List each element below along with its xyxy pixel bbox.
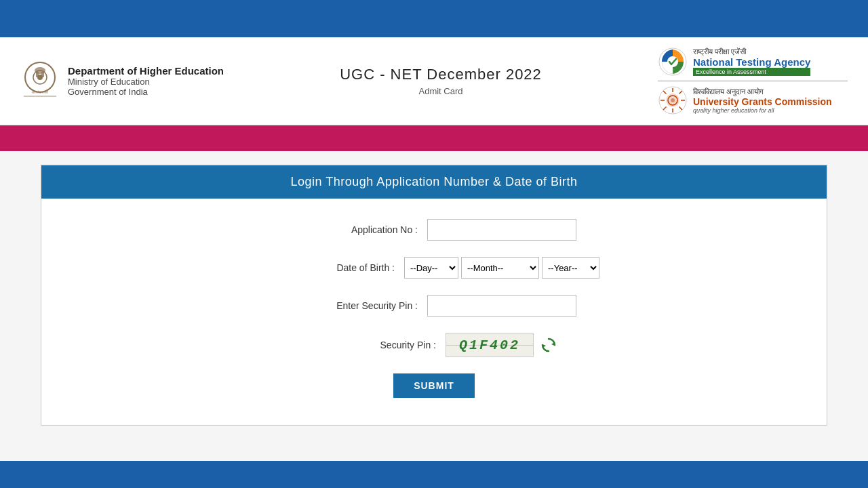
application-no-row: Application No : bbox=[55, 219, 813, 241]
admit-card-label: Admit Card bbox=[340, 86, 542, 96]
top-blue-bar bbox=[0, 0, 868, 37]
security-pin-input-row: Enter Security Pin : bbox=[55, 295, 813, 317]
svg-line-19 bbox=[663, 107, 667, 110]
captcha-area: Q1F402 bbox=[446, 333, 558, 357]
form-body: Application No : Date of Birth : --Day--… bbox=[41, 199, 827, 425]
application-no-input[interactable] bbox=[427, 219, 576, 241]
dob-month-select[interactable]: --Month-- bbox=[461, 257, 539, 279]
ugc-tagline: quality higher education for all bbox=[693, 107, 832, 114]
dept-name: Department of Higher Education bbox=[68, 65, 224, 77]
submit-button[interactable]: SUBMIT bbox=[393, 373, 475, 398]
refresh-captcha-icon[interactable] bbox=[539, 336, 558, 354]
svg-line-16 bbox=[663, 91, 667, 94]
govt-name: Government of India bbox=[68, 87, 224, 97]
submit-row: SUBMIT bbox=[55, 373, 813, 398]
ministry-name: Ministry of Education bbox=[68, 77, 224, 87]
ugc-section: विश्वविद्यालय अनुदान आयोग University Gra… bbox=[658, 85, 848, 115]
pink-divider-bar bbox=[0, 125, 868, 151]
ugc-hindi: विश्वविद्यालय अनुदान आयोग bbox=[693, 87, 832, 96]
dob-day-select[interactable]: --Day-- bbox=[404, 257, 458, 279]
captcha-row: Security Pin : Q1F402 bbox=[55, 333, 813, 357]
header-left: सत्यमेव जयते Department of Higher Educat… bbox=[20, 58, 224, 104]
header: सत्यमेव जयते Department of Higher Educat… bbox=[0, 37, 868, 125]
main-content: Login Through Application Number & Date … bbox=[0, 151, 868, 461]
svg-text:सत्यमेव जयते: सत्यमेव जयते bbox=[31, 90, 48, 94]
ugc-text: विश्वविद्यालय अनुदान आयोग University Gra… bbox=[693, 87, 832, 114]
application-no-label: Application No : bbox=[292, 224, 427, 235]
svg-marker-23 bbox=[542, 344, 546, 348]
svg-marker-22 bbox=[551, 342, 555, 346]
captcha-label: Security Pin : bbox=[310, 340, 446, 350]
form-title: Login Through Application Number & Date … bbox=[291, 175, 578, 188]
dob-selects: --Day-- --Month-- --Year-- bbox=[404, 257, 599, 279]
form-header: Login Through Application Number & Date … bbox=[41, 165, 827, 199]
security-pin-label: Enter Security Pin : bbox=[292, 300, 427, 311]
nta-text: राष्ट्रीय परीक्षा एजेंसी National Testin… bbox=[693, 47, 810, 76]
ugc-logo-icon bbox=[658, 85, 688, 115]
bottom-blue-bar bbox=[0, 461, 868, 488]
svg-point-21 bbox=[671, 98, 675, 102]
security-pin-input[interactable] bbox=[427, 295, 576, 317]
captcha-value: Q1F402 bbox=[459, 338, 520, 353]
svg-line-17 bbox=[679, 107, 682, 110]
dept-info: Department of Higher Education Ministry … bbox=[68, 65, 224, 97]
ugc-english: University Grants Commission bbox=[693, 96, 832, 107]
dob-label: Date of Birth : bbox=[269, 262, 404, 273]
nta-tagline: Excellence in Assessment bbox=[693, 68, 810, 76]
nta-section: राष्ट्रीय परीक्षा एजेंसी National Testin… bbox=[658, 47, 848, 81]
header-center: UGC - NET December 2022 Admit Card bbox=[340, 66, 542, 96]
dob-year-select[interactable]: --Year-- bbox=[542, 257, 599, 279]
svg-rect-5 bbox=[41, 72, 44, 77]
header-right: राष्ट्रीय परीक्षा एजेंसी National Testin… bbox=[658, 47, 848, 115]
svg-rect-7 bbox=[24, 96, 56, 97]
svg-line-18 bbox=[679, 91, 682, 94]
nta-logo-icon bbox=[658, 47, 688, 77]
nta-english: National Testing Agency bbox=[693, 56, 810, 68]
exam-title: UGC - NET December 2022 bbox=[340, 66, 542, 83]
svg-rect-4 bbox=[36, 72, 39, 77]
captcha-image: Q1F402 bbox=[446, 333, 534, 357]
nta-hindi: राष्ट्रीय परीक्षा एजेंसी bbox=[693, 47, 810, 56]
dob-row: Date of Birth : --Day-- --Month-- --Year… bbox=[55, 257, 813, 279]
login-form-container: Login Through Application Number & Date … bbox=[41, 165, 827, 426]
india-emblem-icon: सत्यमेव जयते bbox=[20, 58, 60, 104]
